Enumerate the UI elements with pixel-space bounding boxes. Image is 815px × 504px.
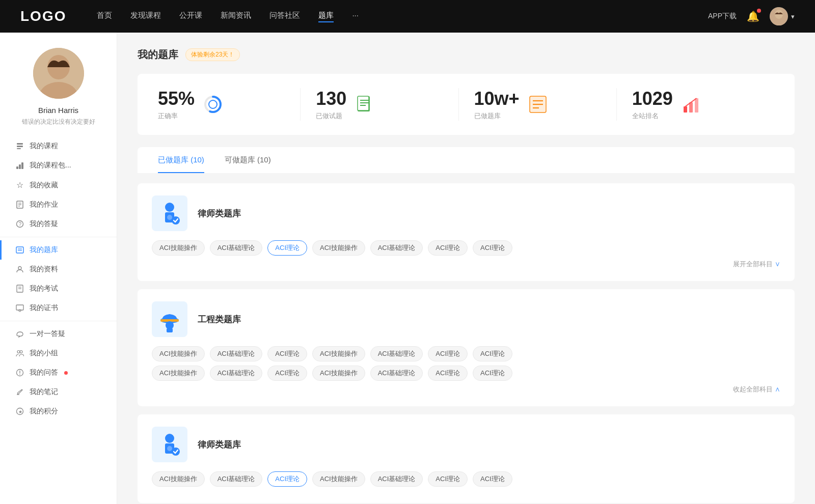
stat-done-questions: 130 已做试题: [301, 88, 458, 121]
done-questions-label: 已做试题: [316, 111, 346, 121]
eng-tag-6[interactable]: ACI理论: [473, 346, 512, 361]
nav-links: 首页 发现课程 公开课 新闻资讯 问答社区 题库 ···: [97, 11, 708, 22]
bell-icon[interactable]: 🔔: [747, 10, 759, 22]
logo: LOGO: [20, 8, 66, 24]
sidebar-item-notes[interactable]: 我的笔记: [0, 382, 117, 402]
eng-tag-r2-2[interactable]: ACI理论: [267, 366, 307, 381]
sidebar-item-exam[interactable]: 我的考试: [0, 279, 117, 298]
svg-rect-11: [21, 162, 23, 169]
bell-notification-dot: [757, 9, 761, 13]
eng-tag-2[interactable]: ACI理论: [267, 346, 307, 361]
accuracy-label: 正确率: [158, 111, 195, 121]
question-notification-dot: [64, 371, 68, 375]
doc-icon: [355, 94, 375, 115]
sidebar-item-favorites[interactable]: ☆ 我的收藏: [0, 175, 117, 195]
eng-tag-r2-0[interactable]: ACI技能操作: [152, 366, 205, 381]
sidebar-item-course-packages[interactable]: 我的课程包...: [0, 156, 117, 175]
svg-point-53: [172, 216, 180, 225]
eng-tag-3[interactable]: ACI技能操作: [312, 346, 365, 361]
list-icon: [528, 94, 548, 115]
nav-chevron-icon: ▾: [791, 13, 795, 20]
user-avatar-sidebar: [33, 48, 84, 99]
eng-tag-1[interactable]: ACI基础理论: [210, 346, 263, 361]
lawyer1-expand-link[interactable]: 展开全部科目 ∨: [152, 260, 780, 269]
eng-tag-5[interactable]: ACI理论: [428, 346, 468, 361]
engineer1-tags-row2: ACI技能操作 ACI基础理论 ACI理论 ACI技能操作 ACI基础理论 AC…: [152, 366, 780, 381]
sidebar-item-questions[interactable]: ? 我的答疑: [0, 214, 117, 234]
sidebar-item-certificate[interactable]: 我的证书: [0, 298, 117, 318]
tag-0[interactable]: ACI技能操作: [152, 240, 205, 256]
l2-tag-2-active[interactable]: ACI理论: [267, 471, 307, 487]
profile-icon: [15, 265, 24, 273]
bank-title-lawyer2: 律师类题库: [198, 439, 241, 451]
sidebar-item-points[interactable]: ★ 我的积分: [0, 402, 117, 421]
l2-tag-6[interactable]: ACI理论: [473, 471, 512, 487]
nav-qa[interactable]: 问答社区: [269, 11, 300, 22]
eng-tag-r2-3[interactable]: ACI技能操作: [312, 366, 365, 381]
sidebar-item-homework[interactable]: 我的作业: [0, 195, 117, 214]
svg-point-60: [167, 446, 172, 451]
svg-point-61: [172, 447, 180, 456]
l2-tag-5[interactable]: ACI理论: [428, 471, 468, 487]
svg-rect-10: [19, 164, 21, 169]
nav-question-bank[interactable]: 题库: [318, 11, 334, 22]
bank-title-lawyer1: 律师类题库: [198, 208, 241, 219]
eng-tag-4[interactable]: ACI基础理论: [370, 346, 423, 361]
tag-1[interactable]: ACI基础理论: [210, 240, 263, 256]
svg-text:★: ★: [18, 409, 22, 414]
svg-rect-7: [17, 146, 23, 147]
eng-tag-r2-4[interactable]: ACI基础理论: [370, 366, 423, 381]
course-packages-icon: [15, 161, 24, 170]
sidebar: Brian Harris 错误的决定比没有决定要好 我的课程 我的课程包... …: [0, 33, 117, 504]
app-download-button[interactable]: APP下载: [708, 12, 737, 21]
tag-4[interactable]: ACI基础理论: [370, 240, 423, 256]
rank-number: 1029: [632, 88, 673, 109]
question-bank-icon: [15, 246, 24, 254]
svg-point-30: [19, 374, 20, 375]
eng-tag-r2-5[interactable]: ACI理论: [428, 366, 468, 381]
lawyer2-icon: [152, 427, 187, 462]
sidebar-item-courses[interactable]: 我的课程: [0, 136, 117, 156]
stat-done-banks: 10w+ 已做题库: [459, 88, 617, 121]
nav-more[interactable]: ···: [352, 11, 359, 22]
nav-open-course[interactable]: 公开课: [179, 11, 202, 22]
sidebar-item-question-bank[interactable]: 我的题库: [0, 240, 117, 260]
svg-text:?: ?: [19, 221, 22, 227]
tab-available-banks[interactable]: 可做题库 (10): [214, 147, 281, 173]
exam-icon: [15, 285, 24, 293]
eng-tag-0[interactable]: ACI技能操作: [152, 346, 205, 361]
rank-label: 全站排名: [632, 111, 673, 121]
engineer1-collapse-link[interactable]: 收起全部科目 ∧: [152, 385, 780, 394]
tag-2-active[interactable]: ACI理论: [267, 240, 307, 256]
sidebar-item-my-questions[interactable]: 我的问答: [0, 363, 117, 382]
nav-right: APP下载 🔔 ▾: [708, 7, 795, 25]
svg-point-36: [209, 100, 217, 108]
svg-point-28: [20, 351, 22, 353]
tag-3[interactable]: ACI技能操作: [312, 240, 365, 256]
sidebar-item-group[interactable]: 我的小组: [0, 344, 117, 363]
sidebar-item-profile[interactable]: 我的资料: [0, 260, 117, 279]
eng-tag-r2-1[interactable]: ACI基础理论: [210, 366, 263, 381]
nav-home[interactable]: 首页: [97, 11, 112, 22]
page-title: 我的题库: [138, 48, 178, 62]
nav-discover[interactable]: 发现课程: [130, 11, 161, 22]
l2-tag-1[interactable]: ACI基础理论: [210, 471, 263, 487]
l2-tag-3[interactable]: ACI技能操作: [312, 471, 365, 487]
nav-news[interactable]: 新闻资讯: [221, 11, 251, 22]
l2-tag-0[interactable]: ACI技能操作: [152, 471, 205, 487]
tab-done-banks[interactable]: 已做题库 (10): [148, 147, 214, 173]
l2-tag-4[interactable]: ACI基础理论: [370, 471, 423, 487]
navbar: LOGO 首页 发现课程 公开课 新闻资讯 问答社区 题库 ··· APP下载 …: [0, 0, 815, 33]
my-questions-icon: [15, 369, 24, 377]
user-avatar-button[interactable]: ▾: [770, 7, 795, 25]
sidebar-menu: 我的课程 我的课程包... ☆ 我的收藏 我的作业 ?: [0, 136, 117, 421]
tag-5[interactable]: ACI理论: [428, 240, 468, 256]
user-motto: 错误的决定比没有决定要好: [22, 118, 95, 126]
tag-6[interactable]: ACI理论: [473, 240, 512, 256]
user-name: Brian Harris: [38, 106, 78, 115]
svg-rect-57: [167, 328, 173, 332]
sidebar-item-one-on-one[interactable]: 一对一答疑: [0, 324, 117, 344]
done-banks-number: 10w+: [474, 88, 520, 109]
eng-tag-r2-6[interactable]: ACI理论: [473, 366, 512, 381]
stat-accuracy: 55% 正确率: [158, 88, 301, 121]
